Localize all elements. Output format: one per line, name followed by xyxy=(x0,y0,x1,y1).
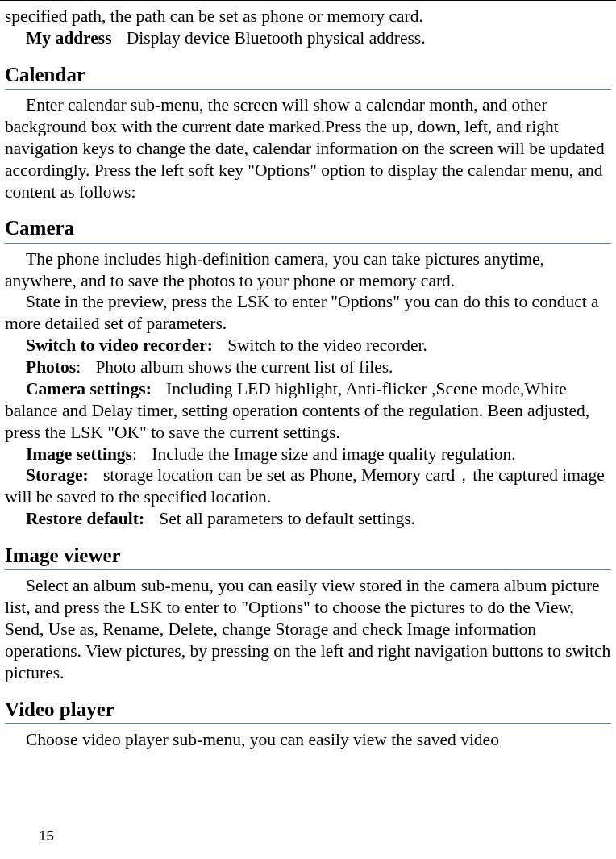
imgset-desc: Include the Image size and image quality… xyxy=(152,444,515,464)
heading-video-player: Video player xyxy=(5,697,611,722)
restore-label: Restore default: xyxy=(26,509,144,528)
photos-desc: Photo album shows the current list of fi… xyxy=(95,357,393,377)
heading-image-viewer: Image viewer xyxy=(5,543,611,568)
restore-default: Restore default: Set all parameters to d… xyxy=(5,508,611,530)
heading-camera: Camera xyxy=(5,215,611,240)
image-viewer-body: Select an album sub-menu, you can easily… xyxy=(5,575,611,683)
my-address-line: My address Display device Bluetooth phys… xyxy=(5,27,611,49)
switch-desc: Switch to the video recorder. xyxy=(227,336,427,355)
camset-label: Camera settings: xyxy=(26,379,152,398)
camera-p1: The phone includes high-definition camer… xyxy=(5,248,611,292)
photos-label: Photos xyxy=(26,357,76,377)
camera-photos: Photos: Photo album shows the current li… xyxy=(5,357,611,378)
heading-calendar: Calendar xyxy=(5,62,611,87)
page: { "intro": { "line1": "specified path, t… xyxy=(0,0,616,859)
camera-switch: Switch to video recorder: Switch to the … xyxy=(5,335,611,357)
heading-rule xyxy=(5,89,611,90)
storage-desc: storage location can be set as Phone, Me… xyxy=(5,465,605,507)
image-settings: Image settings: Include the Image size a… xyxy=(5,444,611,465)
heading-rule xyxy=(5,723,611,724)
storage: Storage: storage location can be set as … xyxy=(5,465,611,508)
my-address-desc: Display device Bluetooth physical addres… xyxy=(127,28,426,48)
switch-label: Switch to video recorder: xyxy=(26,336,213,355)
calendar-body: Enter calendar sub-menu, the screen will… xyxy=(5,94,611,202)
intro-line: specified path, the path can be set as p… xyxy=(5,6,611,27)
camera-p2: State in the preview, press the LSK to e… xyxy=(5,291,611,335)
storage-label: Storage: xyxy=(26,465,89,485)
page-number: 15 xyxy=(39,828,54,844)
heading-rule xyxy=(5,243,611,244)
imgset-label: Image settings xyxy=(26,444,132,464)
video-player-body: Choose video player sub-menu, you can ea… xyxy=(5,729,611,751)
my-address-label: My address xyxy=(26,28,112,48)
heading-rule xyxy=(5,569,611,570)
camera-settings: Camera settings: Including LED highlight… xyxy=(5,378,611,444)
restore-desc: Set all parameters to default settings. xyxy=(159,509,415,528)
